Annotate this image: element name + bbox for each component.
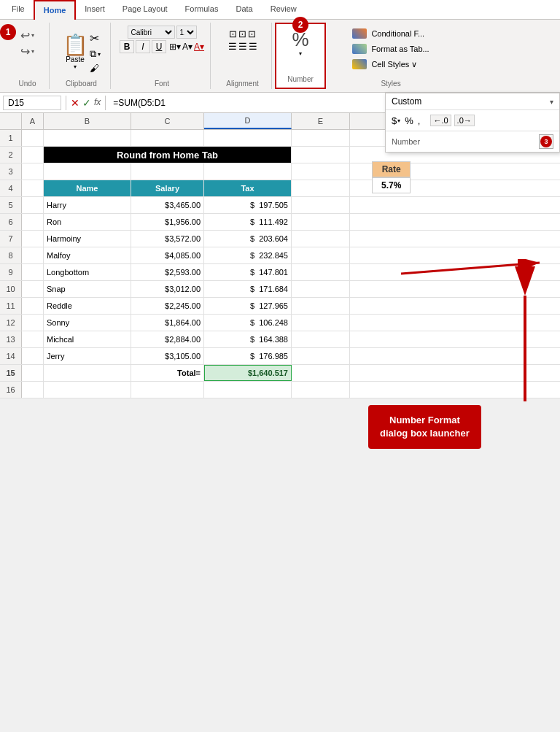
borders-button[interactable]: ⊞▾: [169, 42, 181, 52]
cancel-formula-button[interactable]: ✕: [71, 97, 79, 109]
align-center-button[interactable]: ☰: [238, 41, 247, 52]
cell-styles-button[interactable]: Cell Styles ∨: [349, 58, 432, 71]
cell-e1[interactable]: [292, 130, 350, 146]
cell-b13[interactable]: Michcal: [44, 331, 131, 347]
cell-c7[interactable]: $3,572.00: [131, 231, 204, 247]
tab-data[interactable]: Data: [227, 0, 261, 19]
cell-d16[interactable]: [204, 382, 292, 398]
tab-home[interactable]: Home: [34, 0, 77, 20]
cell-b14[interactable]: Jerry: [44, 348, 131, 364]
cell-a13[interactable]: [22, 331, 44, 347]
cell-a6[interactable]: [22, 214, 44, 230]
underline-button[interactable]: U: [152, 40, 166, 53]
cell-a12[interactable]: [22, 315, 44, 331]
font-name-select[interactable]: Calibri: [128, 26, 175, 39]
cell-c1[interactable]: [131, 130, 204, 146]
cell-b16[interactable]: [44, 382, 131, 398]
paste-button[interactable]: 📋 Paste ▾: [63, 35, 88, 70]
cell-reference-input[interactable]: [3, 96, 61, 110]
cell-b9[interactable]: Longbottom: [44, 264, 131, 280]
formula-input[interactable]: [110, 96, 379, 109]
tab-page-layout[interactable]: Page Layout: [114, 0, 176, 19]
conditional-formatting-button[interactable]: Conditional F...: [349, 27, 432, 40]
cell-e16[interactable]: [292, 382, 350, 398]
insert-function-button[interactable]: fx: [94, 97, 101, 109]
currency-button[interactable]: $ ▾: [392, 115, 400, 126]
cell-b10[interactable]: Snap: [44, 281, 131, 297]
cell-e15[interactable]: [292, 365, 350, 381]
cell-d14[interactable]: $ 176.985: [204, 348, 292, 364]
cell-b15[interactable]: [44, 365, 131, 381]
thousands-separator-button[interactable]: ,: [418, 115, 421, 126]
cell-b4[interactable]: Name: [44, 180, 131, 196]
cell-e9[interactable]: [292, 264, 350, 280]
percent-button[interactable]: %: [405, 115, 413, 126]
align-top-center-button[interactable]: ⊡: [238, 28, 246, 39]
cell-e5[interactable]: [292, 197, 350, 213]
undo-button[interactable]: ↩ ▾: [20, 28, 34, 42]
format-as-table-button[interactable]: Format as Tab...: [349, 42, 432, 55]
cell-c14[interactable]: $3,105.00: [131, 348, 204, 364]
cell-b3[interactable]: [44, 163, 131, 180]
cell-b6[interactable]: Ron: [44, 214, 131, 230]
number-format-select[interactable]: Custom General Number Currency Accountin…: [392, 96, 550, 107]
decrease-decimal-button[interactable]: ←.0: [430, 115, 451, 126]
cell-d8[interactable]: $ 232.845: [204, 247, 292, 263]
cut-button[interactable]: ✂: [90, 31, 101, 45]
align-top-left-button[interactable]: ⊡: [229, 28, 237, 39]
format-painter-button[interactable]: 🖌: [90, 63, 101, 74]
confirm-formula-button[interactable]: ✓: [82, 97, 91, 109]
cell-d5[interactable]: $ 197.505: [204, 197, 292, 213]
cell-d7[interactable]: $ 203.604: [204, 231, 292, 247]
cell-a14[interactable]: [22, 348, 44, 364]
cell-a1[interactable]: [22, 130, 44, 146]
cell-a15[interactable]: [22, 365, 44, 381]
cell-d10[interactable]: $ 171.684: [204, 281, 292, 297]
cell-c3[interactable]: [131, 163, 204, 180]
col-header-a[interactable]: A: [22, 113, 44, 129]
cell-c13[interactable]: $2,884.00: [131, 331, 204, 347]
italic-button[interactable]: I: [136, 40, 150, 53]
cell-a10[interactable]: [22, 281, 44, 297]
tab-formulas[interactable]: Formulas: [176, 0, 228, 19]
cell-c9[interactable]: $2,593.00: [131, 264, 204, 280]
font-color-button[interactable]: A▾: [194, 42, 204, 52]
redo-button[interactable]: ↪ ▾: [20, 45, 34, 58]
cell-c16[interactable]: [131, 382, 204, 398]
cell-e8[interactable]: [292, 247, 350, 263]
cell-c5[interactable]: $3,465.00: [131, 197, 204, 213]
cell-a4[interactable]: [22, 180, 44, 196]
cell-b11[interactable]: Reddle: [44, 298, 131, 314]
align-right-button[interactable]: ☰: [249, 41, 257, 52]
cell-a16[interactable]: [22, 382, 44, 398]
cell-c8[interactable]: $4,085.00: [131, 247, 204, 263]
number-format-dialog-launcher-button[interactable]: 3: [539, 134, 553, 149]
cell-e3[interactable]: [292, 163, 350, 180]
cell-a8[interactable]: [22, 247, 44, 263]
cell-d11[interactable]: $ 127.965: [204, 298, 292, 314]
cell-a11[interactable]: [22, 298, 44, 314]
font-size-select[interactable]: 11: [176, 26, 197, 39]
col-header-c[interactable]: C: [131, 113, 204, 129]
col-header-d[interactable]: D: [204, 113, 292, 129]
cell-b5[interactable]: Harry: [44, 197, 131, 213]
tab-insert[interactable]: Insert: [76, 0, 114, 19]
cell-e14[interactable]: [292, 348, 350, 364]
cell-c6[interactable]: $1,956.00: [131, 214, 204, 230]
cell-b12[interactable]: Sonny: [44, 315, 131, 331]
bold-button[interactable]: B: [120, 40, 134, 53]
cell-a9[interactable]: [22, 264, 44, 280]
cell-a5[interactable]: [22, 197, 44, 213]
cell-e6[interactable]: [292, 214, 350, 230]
cell-e7[interactable]: [292, 231, 350, 247]
col-header-e[interactable]: E: [292, 113, 350, 129]
fill-color-button[interactable]: A▾: [182, 42, 192, 52]
number-format-dropdown[interactable]: ▾: [299, 50, 302, 57]
cell-b2-title[interactable]: Round from Home Tab: [44, 147, 292, 163]
cell-d1[interactable]: [204, 130, 292, 146]
increase-decimal-button[interactable]: .0→: [454, 115, 475, 126]
cell-d9[interactable]: $ 147.801: [204, 264, 292, 280]
tab-file[interactable]: File: [3, 0, 34, 19]
cell-d4[interactable]: Tax: [204, 180, 292, 196]
cell-c12[interactable]: $1,864.00: [131, 315, 204, 331]
